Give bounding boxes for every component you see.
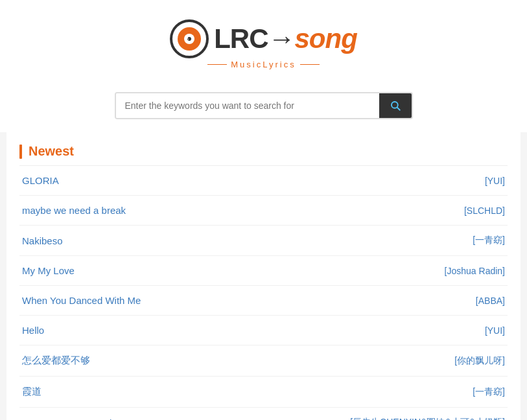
logo-icon: ♪: [170, 19, 209, 58]
main-content: Newest GLORIA[YUI]maybe we need a break[…: [6, 132, 521, 420]
section-title: Newest: [29, 144, 74, 159]
song-artist: [SLCHLD]: [464, 205, 505, 216]
logo-container: ♪ LRC→song MusicLyrics: [170, 19, 357, 69]
section-header: Newest: [19, 132, 508, 166]
list-item[interactable]: maybe we need a break[SLCHLD]: [19, 196, 508, 226]
song-title: My My Love: [22, 265, 75, 276]
logo-tagline: MusicLyrics: [207, 60, 319, 69]
logo-lrc: LRC: [214, 23, 268, 54]
song-artist: [一青窈]: [473, 235, 505, 246]
search-input[interactable]: [116, 93, 379, 118]
svg-text:♪: ♪: [184, 33, 189, 44]
song-artist: [你的飘儿呀]: [454, 355, 505, 367]
song-artist: [辰先生CHENYIN&圈妹&小可&小奶瓶]: [350, 417, 505, 420]
search-icon: [390, 100, 401, 111]
song-artist: [Joshua Radin]: [445, 266, 505, 276]
list-item[interactable]: Someone You Loved[辰先生CHENYIN&圈妹&小可&小奶瓶]: [19, 408, 508, 420]
search-area: [0, 82, 527, 132]
list-item[interactable]: GLORIA[YUI]: [19, 166, 508, 196]
section-border-accent: [19, 145, 22, 159]
logo-arrow: →: [268, 23, 295, 54]
song-title: maybe we need a break: [22, 205, 126, 216]
song-title: 怎么爱都爱不够: [22, 355, 90, 367]
search-wrapper: [115, 92, 413, 119]
header: ♪ LRC→song MusicLyrics: [0, 0, 527, 82]
song-title: When You Danced With Me: [22, 295, 141, 306]
song-artist: [一青窈]: [473, 386, 505, 398]
list-item[interactable]: Hello[YUI]: [19, 316, 508, 345]
song-artist: [YUI]: [485, 325, 505, 336]
list-item[interactable]: When You Danced With Me[ABBA]: [19, 286, 508, 316]
list-item[interactable]: My My Love[Joshua Radin]: [19, 256, 508, 286]
search-button[interactable]: [379, 93, 412, 118]
logo-song: song: [295, 23, 357, 54]
song-title: 霞道: [22, 386, 41, 398]
song-title: Nakibeso: [22, 235, 63, 246]
list-item[interactable]: 霞道[一青窈]: [19, 377, 508, 408]
song-artist: [ABBA]: [476, 296, 505, 306]
song-title: Hello: [22, 325, 44, 336]
song-list: GLORIA[YUI]maybe we need a break[SLCHLD]…: [19, 166, 508, 420]
svg-line-6: [397, 108, 399, 110]
song-title: Someone You Loved: [22, 417, 111, 421]
logo-text: LRC→song: [214, 23, 357, 54]
list-item[interactable]: 怎么爱都爱不够[你的飘儿呀]: [19, 345, 508, 377]
song-artist: [YUI]: [485, 176, 505, 186]
song-title: GLORIA: [22, 175, 59, 186]
list-item[interactable]: Nakibeso[一青窈]: [19, 226, 508, 256]
